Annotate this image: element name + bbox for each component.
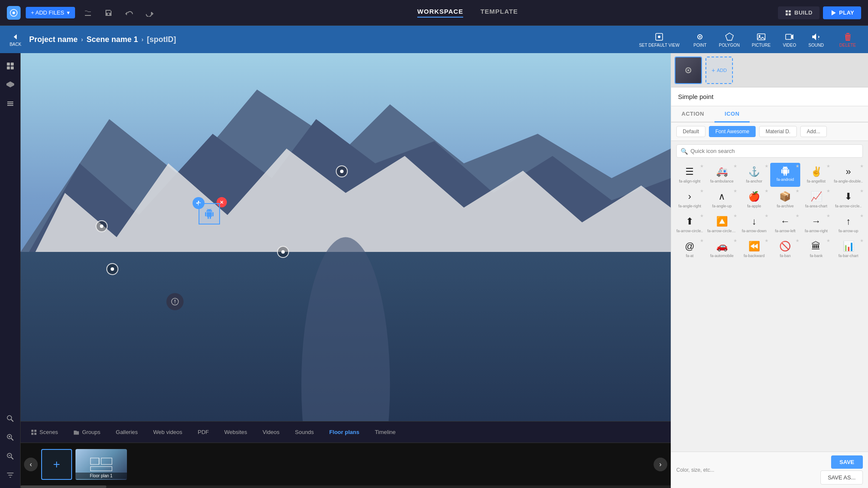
open-file-button[interactable]: [80, 5, 96, 21]
star-ambulance[interactable]: ★: [733, 164, 737, 168]
icon-backward[interactable]: ★ ⏪ fa-backward: [739, 237, 769, 261]
icon-search-input[interactable]: [676, 144, 863, 158]
star-archive[interactable]: ★: [796, 189, 799, 193]
tab-scenes[interactable]: Scenes: [24, 426, 65, 438]
tab-galleries[interactable]: Galleries: [109, 426, 145, 438]
point-tool[interactable]: POINT: [688, 30, 712, 49]
star-angellist[interactable]: ★: [826, 164, 830, 168]
list-sidebar-icon[interactable]: [3, 96, 18, 111]
star-anchor[interactable]: ★: [765, 164, 769, 168]
star-arrow-circle3[interactable]: ★: [733, 213, 737, 218]
tab-floor-plans[interactable]: Floor plans: [322, 426, 366, 438]
icon-bank[interactable]: ★ 🏛 fa-bank: [801, 237, 831, 261]
star-bank[interactable]: ★: [826, 238, 830, 243]
icon-apple[interactable]: ★ 🍎 fa-apple: [739, 188, 769, 212]
hotspot-2[interactable]: [277, 246, 289, 258]
star-apple[interactable]: ★: [765, 189, 769, 193]
icon-tab[interactable]: ICON: [714, 106, 750, 123]
icon-android[interactable]: ★ fa-android: [770, 163, 800, 187]
icon-arrow-circle3[interactable]: ★ 🔼 fa-arrow-circle-up: [705, 213, 738, 237]
breadcrumb-scene[interactable]: Scene name 1: [87, 35, 138, 44]
sound-tool[interactable]: SOUND: [803, 30, 829, 49]
icon-angle-double[interactable]: ★ » fa-angle-double..: [832, 163, 865, 187]
picture-tool[interactable]: PICTURE: [747, 30, 776, 49]
star-arrow-up[interactable]: ★: [860, 213, 864, 218]
icon-arrow-right[interactable]: ★ → fa-arrow-right: [801, 213, 831, 237]
zoom-out-sidebar-icon[interactable]: [3, 449, 18, 464]
play-button[interactable]: PLAY: [823, 6, 861, 19]
star-arrow-left[interactable]: ★: [796, 213, 799, 218]
icon-arrow-left[interactable]: ★ ← fa-arrow-left: [770, 213, 800, 237]
star-at[interactable]: ★: [700, 238, 704, 243]
save-as-button[interactable]: SAVE AS...: [820, 470, 863, 485]
back-button[interactable]: BACK: [7, 33, 24, 47]
floating-compass-icon[interactable]: [166, 293, 184, 310]
star-automobile[interactable]: ★: [733, 238, 737, 243]
star-android[interactable]: ★: [796, 164, 799, 168]
scenes-sidebar-icon[interactable]: [3, 58, 18, 74]
icon-arrow-circle[interactable]: ★ ⬇ fa-arrow-circle..: [832, 188, 865, 212]
star-angle-right[interactable]: ★: [700, 189, 704, 193]
template-tab[interactable]: TEMPLATE: [480, 8, 518, 18]
icon-angle-up[interactable]: ★ ∧ fa-angle-up: [705, 188, 738, 212]
tab-pdf[interactable]: PDF: [191, 426, 216, 438]
icon-ban[interactable]: ★ 🚫 fa-ban: [770, 237, 800, 261]
hotspot-4[interactable]: [106, 263, 118, 275]
star-backward[interactable]: ★: [765, 238, 769, 243]
icon-arrow-down[interactable]: ★ ↓ fa-arrow-down: [739, 213, 769, 237]
add-icon-set-tab[interactable]: Add...: [800, 126, 826, 137]
breadcrumb-project[interactable]: Project name: [29, 35, 78, 44]
panel-thumb-1[interactable]: [675, 57, 702, 84]
action-tab[interactable]: ACTION: [671, 106, 714, 123]
strip-next-button[interactable]: ›: [654, 458, 667, 471]
icon-automobile[interactable]: ★ 🚗 fa-automobile: [705, 237, 738, 261]
star-arrow-circle2[interactable]: ★: [700, 213, 704, 218]
build-button[interactable]: BUILD: [778, 6, 819, 19]
search-sidebar-icon[interactable]: [3, 411, 18, 426]
icon-anchor[interactable]: ★ ⚓ fa-anchor: [739, 163, 769, 187]
icon-bar-chart[interactable]: ★ 📊 fa-bar-chart: [832, 237, 865, 261]
delete-tool[interactable]: DELETE: [834, 30, 861, 49]
floor-plan-thumbnail-1[interactable]: Floor plan 1: [75, 449, 127, 480]
star-area-chart[interactable]: ★: [826, 189, 830, 193]
workspace-tab[interactable]: WORKSPACE: [417, 8, 463, 18]
icon-area-chart[interactable]: ★ 📈 fa-area-chart: [801, 188, 831, 212]
tab-sounds[interactable]: Sounds: [288, 426, 321, 438]
video-tool[interactable]: VIDEO: [778, 30, 802, 49]
star-angle-double[interactable]: ★: [860, 164, 864, 168]
tab-web-videos[interactable]: Web videos: [146, 426, 189, 438]
font-awesome-icon-tab[interactable]: Font Awesome: [709, 126, 756, 137]
star-arrow-circle[interactable]: ★: [860, 189, 864, 193]
icon-ambulance[interactable]: ★ 🚑 fa-ambulance: [705, 163, 738, 187]
icon-align-right[interactable]: ★ ☰ fa-align-right: [675, 163, 705, 187]
default-icon-tab[interactable]: Default: [676, 126, 705, 137]
icon-arrow-up[interactable]: ★ ↑ fa-arrow-up: [832, 213, 865, 237]
star-arrow-right[interactable]: ★: [826, 213, 830, 218]
redo-button[interactable]: [142, 5, 157, 21]
canvas-scrollbar[interactable]: [21, 485, 671, 488]
zoom-in-sidebar-icon[interactable]: [3, 430, 18, 445]
layers-sidebar-icon[interactable]: [3, 77, 18, 93]
tab-timeline[interactable]: Timeline: [368, 426, 403, 438]
strip-prev-button[interactable]: ‹: [24, 458, 38, 471]
breadcrumb-spot[interactable]: [spotID]: [147, 35, 176, 44]
icon-arrow-circle2[interactable]: ★ ⬆ fa-arrow-circle..: [675, 213, 705, 237]
material-d-icon-tab[interactable]: Material D.: [759, 126, 797, 137]
panel-thumb-add[interactable]: + ADD: [705, 57, 733, 84]
set-default-view-button[interactable]: SET DEFAULT VIEW: [636, 30, 683, 49]
add-files-button[interactable]: + ADD FILES ▾: [26, 7, 75, 18]
hotspot-3[interactable]: [336, 165, 348, 177]
star-align-right[interactable]: ★: [700, 164, 704, 168]
star-arrow-down[interactable]: ★: [765, 213, 769, 218]
scrollbar-thumb[interactable]: [21, 485, 106, 488]
icon-at[interactable]: ★ @ fa-at: [675, 237, 705, 261]
star-ban[interactable]: ★: [796, 238, 799, 243]
icon-archive[interactable]: ★ 📦 fa-archive: [770, 188, 800, 212]
add-thumbnail-button[interactable]: +: [41, 449, 72, 480]
icon-angellist[interactable]: ★ ✌ fa-angellist: [801, 163, 831, 187]
undo-button[interactable]: [121, 5, 137, 21]
star-angle-up[interactable]: ★: [733, 189, 737, 193]
icon-angle-right[interactable]: ★ › fa-angle-right: [675, 188, 705, 212]
hotspot-1[interactable]: [96, 220, 108, 232]
polygon-tool[interactable]: POLYGON: [714, 30, 745, 49]
